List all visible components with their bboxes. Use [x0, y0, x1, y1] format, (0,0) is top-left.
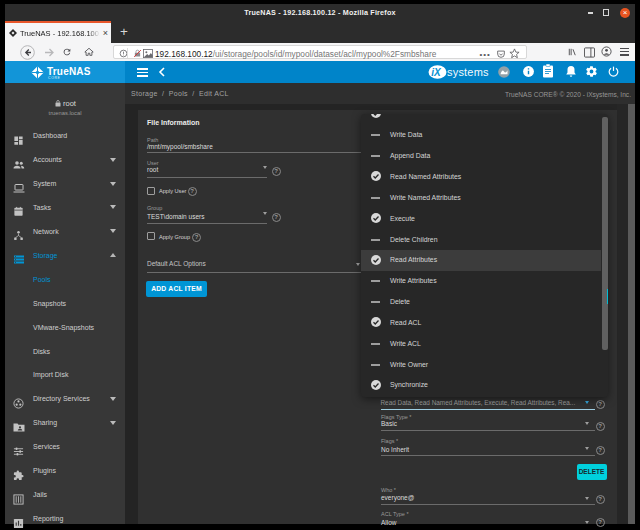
svg-text:iX: iX [431, 66, 442, 77]
